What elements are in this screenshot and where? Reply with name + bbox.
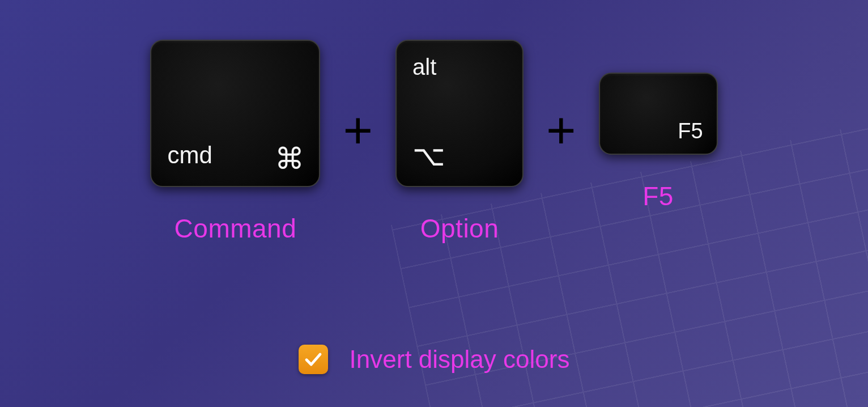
plus-separator-2: +: [546, 68, 576, 215]
command-key: cmd ⌘: [150, 40, 320, 187]
f5-key-group: F5 F5: [599, 73, 718, 211]
option-key: alt ⌥: [395, 40, 524, 187]
option-key-label: Option: [420, 213, 499, 244]
plus-icon: +: [343, 105, 373, 179]
invert-colors-label: Invert display colors: [350, 345, 570, 374]
plus-separator-1: +: [343, 68, 373, 215]
option-symbol-icon: ⌥: [412, 142, 445, 170]
option-key-text: alt: [412, 54, 436, 80]
option-row: Invert display colors: [0, 345, 868, 374]
f5-key-label: F5: [643, 181, 674, 211]
f5-key: F5: [599, 73, 718, 155]
shortcut-keys-row: cmd ⌘ Command + alt ⌥ Option + F5 F5: [0, 40, 868, 244]
command-key-text: cmd: [167, 142, 212, 169]
command-key-label: Command: [175, 213, 297, 244]
command-symbol-icon: ⌘: [275, 144, 304, 173]
invert-colors-checkbox[interactable]: [299, 345, 328, 374]
option-key-group: alt ⌥ Option: [395, 40, 524, 244]
plus-icon: +: [546, 105, 576, 179]
command-key-group: cmd ⌘ Command: [150, 40, 320, 244]
checkmark-icon: [303, 349, 324, 370]
f5-key-text: F5: [678, 119, 703, 143]
